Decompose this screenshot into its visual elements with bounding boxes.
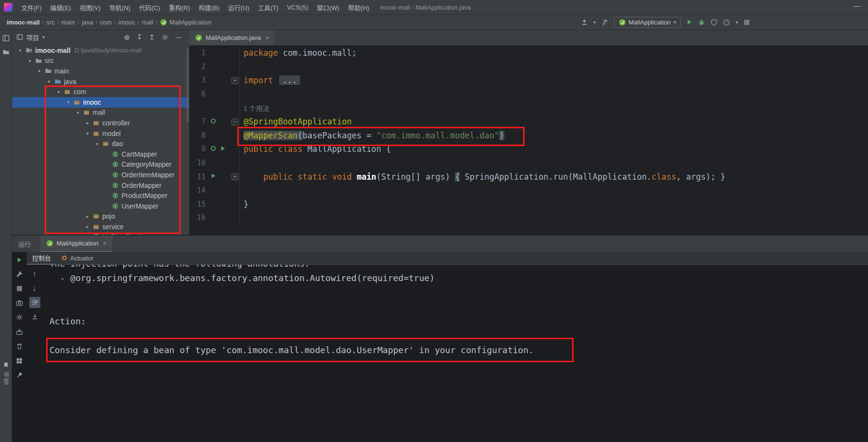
collapse-all-icon[interactable]: ↥: [149, 34, 155, 40]
editor-line[interactable]: 14: [189, 184, 868, 197]
tree-row-controller[interactable]: ▸controller: [12, 118, 189, 128]
editor-body[interactable]: 1package com.imooc.mall;23+import ...61 …: [189, 45, 868, 235]
breadcrumb-item-com[interactable]: com: [100, 19, 112, 26]
tree-row-usermapper[interactable]: IUserMapper: [12, 201, 189, 211]
bean-gutter-icon[interactable]: [210, 146, 216, 151]
tree-row-main[interactable]: ▾main: [12, 66, 189, 76]
editor-line[interactable]: 7−@SpringBootApplication: [189, 115, 868, 129]
folder-tool-icon[interactable]: [2, 49, 10, 56]
tree-row-cartmapper[interactable]: ICartMapper: [12, 149, 189, 160]
settings-gear-icon[interactable]: [14, 312, 25, 323]
bookmark-icon[interactable]: [3, 362, 9, 368]
soft-wrap-icon[interactable]: [29, 297, 40, 308]
debug-icon[interactable]: [698, 19, 705, 26]
console-output[interactable]: The injection point has the following an…: [42, 252, 868, 442]
close-icon[interactable]: ×: [266, 34, 269, 41]
breadcrumb-item-src[interactable]: src: [47, 19, 55, 26]
breadcrumb-item-main[interactable]: main: [61, 19, 75, 26]
editor-line[interactable]: 15}: [189, 197, 868, 211]
tree-row-com[interactable]: ▾com: [12, 86, 189, 97]
editor-line[interactable]: 8@MapperScan(basePackages = "com.immo.ma…: [189, 129, 868, 143]
minimize-button[interactable]: —: [854, 2, 860, 10]
menu-item-窗口-w-[interactable]: 窗口(W): [313, 3, 344, 12]
tree-row-ordermapper[interactable]: IOrderMapper: [12, 180, 189, 191]
run-gutter-icon[interactable]: [210, 173, 216, 179]
editor-line[interactable]: 11+ public static void main(String[] arg…: [189, 170, 868, 184]
breadcrumb-item-mallapplication[interactable]: MallApplication: [160, 19, 211, 26]
menu-item-代码-c-[interactable]: 代码(C): [134, 3, 164, 12]
tree-row-service[interactable]: ▸service: [12, 221, 189, 232]
fold-minus-icon[interactable]: −: [232, 119, 238, 125]
pin-icon[interactable]: [14, 369, 25, 381]
tree-chevron-down-icon[interactable]: ▾: [26, 58, 34, 63]
locate-icon[interactable]: ⊕: [124, 34, 130, 41]
tree-row-pojo[interactable]: ▸pojo: [12, 211, 189, 222]
editor-line[interactable]: 1 个用法: [189, 101, 868, 115]
tree-row-dao[interactable]: ▾dao: [12, 138, 189, 149]
stop-icon[interactable]: [14, 283, 25, 294]
caret-down-icon[interactable]: ▾: [735, 20, 738, 25]
console-tab-控制台[interactable]: 控制台: [27, 251, 56, 265]
editor-line[interactable]: 16: [189, 211, 868, 225]
tree-chevron-right-icon[interactable]: ▸: [84, 224, 91, 229]
editor-line[interactable]: 2: [189, 60, 868, 74]
breadcrumb-item-mall[interactable]: mall: [142, 19, 153, 26]
caret-down-icon[interactable]: ▾: [593, 20, 596, 25]
tree-chevron-down-icon[interactable]: ▾: [16, 48, 24, 53]
bookmarks-tool-tab[interactable]: 书签: [2, 372, 10, 385]
menu-item-帮助-h-[interactable]: 帮助(H): [343, 3, 373, 12]
breadcrumb-item-imooc-mall[interactable]: imooc-mall: [7, 19, 40, 26]
project-tool-icon[interactable]: [2, 35, 10, 42]
tree-chevron-right-icon[interactable]: ▸: [84, 214, 91, 219]
editor-line[interactable]: 3+import ...: [189, 74, 868, 87]
breadcrumb-item-imooc[interactable]: imooc: [119, 19, 135, 26]
settings-gear-icon[interactable]: [161, 34, 169, 41]
project-tree-scrollbar[interactable]: [186, 48, 189, 123]
editor-line[interactable]: 9public class MallApplication {: [189, 142, 868, 156]
tree-chevron-down-icon[interactable]: ▾: [36, 68, 43, 74]
run-tab-mallapplication[interactable]: MallApplication ×: [40, 235, 112, 252]
profiler-icon[interactable]: [723, 19, 730, 26]
wrench-icon[interactable]: [14, 269, 25, 280]
tree-chevron-down-icon[interactable]: ▾: [84, 131, 91, 136]
tree-chevron-down-icon[interactable]: ▾: [93, 141, 101, 147]
clear-icon[interactable]: [14, 341, 25, 352]
import-layout-icon[interactable]: [14, 326, 25, 337]
usage-hint[interactable]: 1 个用法: [244, 105, 269, 112]
up-arrow-icon[interactable]: ↑: [29, 268, 40, 279]
layout-icon[interactable]: [14, 355, 25, 366]
menu-item-导航-n-[interactable]: 导航(N): [105, 3, 134, 12]
down-arrow-icon[interactable]: ↓: [29, 282, 40, 294]
menu-item-文件-f-[interactable]: 文件(F): [17, 3, 46, 12]
run-icon[interactable]: [686, 19, 693, 25]
hide-icon[interactable]: —: [175, 34, 182, 40]
menu-item-编辑-e-[interactable]: 编辑(E): [46, 3, 75, 12]
stop-icon[interactable]: [744, 19, 750, 25]
console-tab-actuator[interactable]: Actuator: [56, 252, 98, 264]
coverage-icon[interactable]: [710, 19, 718, 26]
menu-item-构建-b-[interactable]: 构建(B): [194, 3, 223, 12]
menu-item-工具-t-[interactable]: 工具(T): [254, 3, 283, 12]
build-hammer-icon[interactable]: [601, 19, 609, 26]
tree-chevron-right-icon[interactable]: ▸: [84, 120, 91, 125]
scroll-end-icon[interactable]: [29, 311, 40, 322]
chevron-down-icon[interactable]: ▾: [42, 34, 45, 40]
tree-row-model[interactable]: ▾model: [12, 128, 189, 139]
run-configuration-select[interactable]: MallApplication▾: [614, 17, 681, 28]
run-gutter-icon[interactable]: [220, 146, 226, 151]
menu-item-运行-u-[interactable]: 运行(U): [224, 3, 254, 12]
rerun-icon[interactable]: [14, 254, 25, 265]
close-icon[interactable]: ×: [103, 240, 107, 247]
breadcrumb-item-java[interactable]: java: [82, 19, 93, 26]
editor-line[interactable]: 10: [189, 156, 868, 170]
user-icon[interactable]: [581, 19, 588, 26]
fold-plus-icon[interactable]: +: [232, 173, 238, 180]
tree-chevron-down-icon[interactable]: ▾: [64, 99, 72, 105]
tree-row-src[interactable]: ▾src: [12, 56, 189, 66]
tree-row-productmapper[interactable]: IProductMapper: [12, 190, 189, 201]
tree-row-java[interactable]: ▾java: [12, 76, 189, 87]
tree-row-orderitemmapper[interactable]: IOrderItemMapper: [12, 170, 189, 180]
tree-row-imooc[interactable]: ▾imooc: [12, 97, 189, 108]
menu-item-视图-v-[interactable]: 视图(V): [75, 3, 105, 12]
tree-row-mall[interactable]: ▾mall: [12, 108, 189, 118]
